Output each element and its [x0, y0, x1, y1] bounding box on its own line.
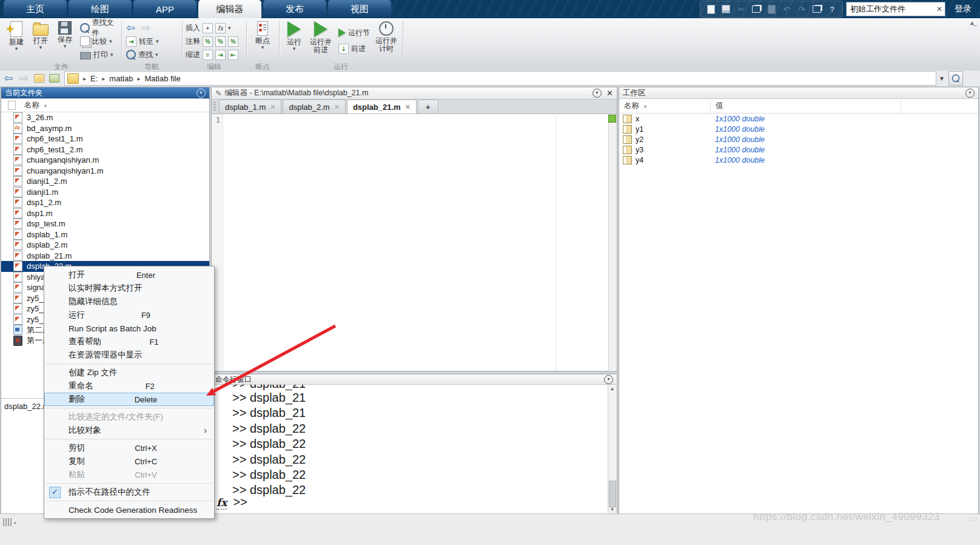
breadcrumb-item[interactable]: ▸ Matlab file [133, 74, 180, 83]
tabstrip-grip[interactable] [213, 102, 216, 111]
context-menu-item[interactable]: 打开 Enter [44, 268, 214, 282]
file-list-item[interactable]: dsplab_1.m [1, 229, 209, 240]
layout-icon[interactable] [811, 4, 822, 14]
address-search-button[interactable] [948, 71, 963, 86]
workspace-menu-icon[interactable]: ▾ [965, 89, 975, 98]
print-button[interactable]: 打印▾ [80, 49, 113, 61]
file-list-item[interactable]: chuanganqishiyan.m [1, 155, 209, 166]
comment-icon[interactable]: % [203, 36, 213, 47]
breadcrumb-item[interactable]: ▸ matlab [98, 74, 133, 83]
run-and-time-button[interactable]: 运行并计时 [374, 21, 399, 53]
ribbon-tab[interactable]: 编辑器 [198, 0, 261, 18]
close-tab-icon[interactable]: ✕ [334, 103, 340, 111]
addr-back-icon[interactable]: ⇦ [2, 72, 15, 84]
up-one-level-icon[interactable] [32, 72, 45, 84]
file-list-item[interactable]: 3_26.m [1, 112, 209, 123]
indent-right-icon[interactable]: ⇥ [215, 50, 226, 60]
breadcrumb[interactable]: ▸ E: ▸ matlab ▸ Matlab file [64, 71, 936, 86]
file-list-item[interactable]: dsp1_2.m [1, 197, 209, 208]
save-button[interactable]: 保存▾ [52, 21, 78, 49]
browse-folder-icon[interactable] [47, 72, 61, 84]
indent-row[interactable]: 缩进 ≡ ⇥ ⇤ [186, 49, 238, 61]
scroll-down-icon[interactable]: ▼ [608, 506, 616, 513]
scrollbar-thumb[interactable] [609, 481, 616, 507]
doc-search-box[interactable]: 初始工作文件件 ✕ [846, 2, 945, 16]
cut-icon[interactable]: ✂ [736, 4, 747, 14]
file-list-item[interactable]: bd_asymp.m [1, 123, 209, 134]
context-menu-item[interactable]: 重命名 F2 [44, 379, 214, 393]
editor-menu-icon[interactable]: ▾ [592, 89, 602, 98]
close-tab-icon[interactable]: ✕ [270, 103, 275, 111]
new-button[interactable]: + 新建▾ [4, 21, 29, 51]
command-prompt[interactable]: fx >> [216, 495, 247, 510]
find-files-button[interactable]: 查找文件 [80, 22, 120, 34]
context-menu-item[interactable] [45, 408, 213, 408]
context-menu-item[interactable]: 复制 Ctrl+C [44, 455, 214, 468]
editor-tab[interactable]: dsplab_21.m ✕ [347, 100, 417, 113]
advance-button[interactable]: ⇣ 前进 [338, 42, 366, 55]
address-dropdown-icon[interactable]: ▼ [936, 75, 947, 82]
context-menu-item[interactable] [45, 439, 213, 439]
file-list-item[interactable]: chuanganqishiyan1.m [1, 166, 209, 177]
context-menu-item[interactable]: ✓ 指示不在路径中的文件 [44, 486, 214, 499]
command-window-menu-icon[interactable]: ▾ [604, 375, 613, 384]
file-list-item[interactable]: dianji1_2.m [1, 176, 209, 187]
addr-forward-icon[interactable]: ⇨ [17, 72, 30, 84]
insert-row[interactable]: 插入 + fx ▾ [186, 22, 231, 34]
file-list-column-header[interactable]: 名称 ▲ [1, 99, 209, 112]
name-column-header[interactable]: 名称 ▲ [619, 99, 711, 113]
search-clear-icon[interactable]: ✕ [936, 5, 942, 13]
editor-content[interactable]: 1 [212, 114, 617, 370]
context-menu-item[interactable]: 比较对象 › [44, 424, 214, 437]
editor-tab[interactable]: dsplab_1.m ✕ [219, 100, 281, 113]
help-icon[interactable]: ? [827, 4, 837, 14]
context-menu-item[interactable]: Run Script as Batch Job [44, 322, 214, 335]
file-list-item[interactable]: chp6_test1_1.m [1, 134, 209, 144]
command-window-header[interactable]: 命令行窗口 ▾ [212, 374, 617, 385]
save-icon[interactable] [720, 4, 731, 14]
workspace-variable-row[interactable]: y1 1x1000 double [619, 124, 978, 134]
back-icon[interactable]: ⇦ [126, 22, 135, 33]
goto-button[interactable]: ⇥ 转至▾ [126, 35, 159, 47]
new-editor-tab-button[interactable]: + [418, 100, 438, 113]
insert-function-icon[interactable]: fx [215, 23, 226, 33]
file-list-item[interactable]: dsplab_21.m [1, 251, 209, 262]
editor-scrollbar[interactable] [608, 114, 617, 370]
ribbon-tab[interactable]: 主页 [4, 0, 67, 18]
file-list-item[interactable]: chp6_test1_2.m [1, 144, 209, 155]
editor-close-icon[interactable]: ✕ [606, 89, 613, 98]
close-tab-icon[interactable]: ✕ [405, 103, 411, 111]
current-folder-header[interactable]: 当前文件夹 ▾ [1, 87, 209, 99]
editor-header[interactable]: ✎ 编辑器 - E:\matlab\Matlab file\dsplab_21.… [212, 87, 617, 100]
undo-icon[interactable]: ↶ [781, 4, 792, 14]
workspace-variable-row[interactable]: y4 1x1000 double [619, 155, 978, 165]
scroll-up-icon[interactable]: ▲ [608, 385, 616, 393]
collapse-ribbon-icon[interactable]: ▲̲ [969, 19, 975, 26]
context-menu-item[interactable]: 创建 Zip 文件 [44, 366, 214, 379]
open-button[interactable]: 打开▾ [28, 21, 53, 50]
ribbon-tab[interactable]: 发布 [263, 0, 326, 18]
workspace-variable-row[interactable]: y3 1x1000 double [619, 144, 978, 155]
run-section-button[interactable]: 运行节 [338, 27, 370, 39]
context-menu-item[interactable]: 以实时脚本方式打开 [44, 282, 214, 295]
uncomment-icon[interactable]: % [215, 36, 226, 47]
workspace-header[interactable]: 工作区 ▾ [619, 87, 978, 99]
find-button[interactable]: 查找▾ [126, 49, 158, 61]
sign-in-button[interactable]: 登录 [948, 4, 978, 15]
context-menu-item[interactable]: 在资源管理器中显示 [44, 348, 214, 362]
context-menu-item[interactable]: 比较选定的文件/文件夹(F) [44, 410, 214, 424]
context-menu-item[interactable]: 剪切 Ctrl+X [44, 441, 214, 455]
file-list-item[interactable]: dianji1.m [1, 187, 209, 198]
file-list-item[interactable]: dsp_test.m [1, 218, 209, 229]
context-menu-item[interactable]: 粘贴 Ctrl+V [44, 468, 214, 481]
file-list-item[interactable]: dsplab_2.m [1, 240, 209, 251]
context-menu-item[interactable]: 删除 Delete [44, 393, 214, 406]
run-button[interactable]: 运行▾ [281, 21, 307, 51]
context-menu-item[interactable] [45, 364, 213, 364]
context-menu-item[interactable]: 查看帮助 F1 [44, 335, 214, 348]
insert-dropdown-icon[interactable]: ▾ [228, 25, 231, 30]
context-menu-item[interactable] [45, 483, 213, 484]
breakpoints-button[interactable]: 断点▾ [250, 21, 275, 50]
code-analyzer-indicator[interactable] [608, 115, 616, 123]
context-menu-item[interactable]: 隐藏详细信息 [44, 295, 214, 308]
